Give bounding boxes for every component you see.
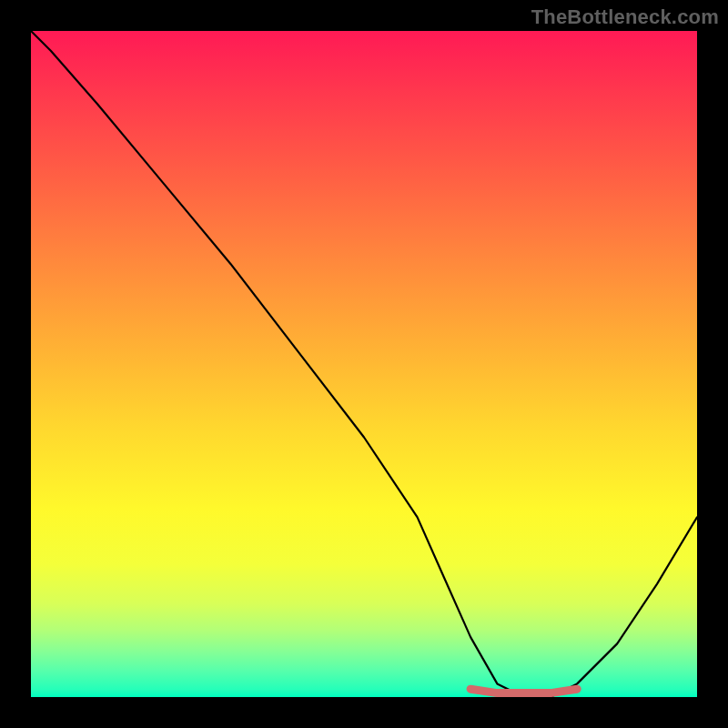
bottleneck-curve [31,31,697,697]
watermark-text: TheBottleneck.com [531,5,719,29]
optimal-range-marker [470,689,577,693]
chart-frame: TheBottleneck.com [0,0,728,728]
plot-area [31,31,697,697]
line-chart-svg [31,31,697,697]
